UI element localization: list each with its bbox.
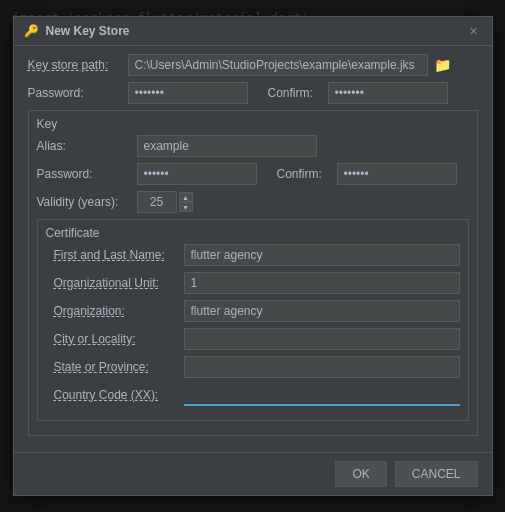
dialog-footer: OK CANCEL — [14, 452, 492, 495]
cancel-button[interactable]: CANCEL — [395, 461, 478, 487]
keystore-path-row: Key store path: 📁 — [28, 54, 478, 76]
validity-spinner: ▲ ▼ — [179, 192, 193, 212]
validity-input[interactable] — [137, 191, 177, 213]
alias-label: Alias: — [37, 139, 137, 153]
dialog-content: Key store path: 📁 Password: Confirm: Key… — [14, 46, 492, 452]
name-label: First and Last Name: — [54, 248, 184, 262]
state-input[interactable] — [184, 356, 460, 378]
key-section-header: Key — [37, 117, 469, 131]
city-row: City or Locality: — [54, 328, 460, 350]
keystore-confirm-input[interactable] — [328, 82, 448, 104]
org-unit-input[interactable] — [184, 272, 460, 294]
key-confirm-input[interactable] — [337, 163, 457, 185]
alias-row: Alias: — [37, 135, 469, 157]
org-unit-row: Organizational Unit: — [54, 272, 460, 294]
new-key-store-dialog: 🔑 New Key Store × Key store path: 📁 Pass… — [13, 16, 493, 496]
keystore-path-input[interactable] — [128, 54, 428, 76]
validity-increment[interactable]: ▲ — [179, 192, 193, 202]
validity-label: Validity (years): — [37, 195, 137, 209]
keystore-confirm-label: Confirm: — [268, 86, 328, 100]
name-input[interactable] — [184, 244, 460, 266]
keystore-password-row: Password: Confirm: — [28, 82, 478, 104]
keystore-path-label: Key store path: — [28, 58, 128, 72]
alias-input[interactable] — [137, 135, 317, 157]
name-row: First and Last Name: — [54, 244, 460, 266]
keystore-password-input[interactable] — [128, 82, 248, 104]
key-password-input[interactable] — [137, 163, 257, 185]
dialog-overlay: 🔑 New Key Store × Key store path: 📁 Pass… — [0, 0, 505, 512]
org-unit-label: Organizational Unit: — [54, 276, 184, 290]
validity-decrement[interactable]: ▼ — [179, 202, 193, 212]
org-input[interactable] — [184, 300, 460, 322]
country-row: Country Code (XX): — [54, 384, 460, 406]
country-input[interactable] — [184, 384, 460, 406]
city-input[interactable] — [184, 328, 460, 350]
certificate-header: Certificate — [46, 226, 460, 240]
keystore-password-label: Password: — [28, 86, 128, 100]
validity-row: Validity (years): ▲ ▼ — [37, 191, 469, 213]
country-label: Country Code (XX): — [54, 388, 184, 402]
certificate-fields: First and Last Name: Organizational Unit… — [46, 244, 460, 406]
folder-icon[interactable]: 📁 — [434, 57, 451, 73]
key-password-row: Password: Confirm: — [37, 163, 469, 185]
close-button[interactable]: × — [466, 23, 482, 39]
key-store-icon: 🔑 — [24, 23, 40, 39]
key-section: Key Alias: Password: Confirm: Validity (… — [28, 110, 478, 436]
dialog-title: New Key Store — [46, 24, 466, 38]
certificate-section: Certificate First and Last Name: Organiz… — [37, 219, 469, 421]
city-label: City or Locality: — [54, 332, 184, 346]
dialog-title-bar: 🔑 New Key Store × — [14, 17, 492, 46]
state-label: State or Province: — [54, 360, 184, 374]
state-row: State or Province: — [54, 356, 460, 378]
key-confirm-label: Confirm: — [277, 167, 337, 181]
org-label: Organization: — [54, 304, 184, 318]
ok-button[interactable]: OK — [335, 461, 386, 487]
key-password-label: Password: — [37, 167, 137, 181]
org-row: Organization: — [54, 300, 460, 322]
